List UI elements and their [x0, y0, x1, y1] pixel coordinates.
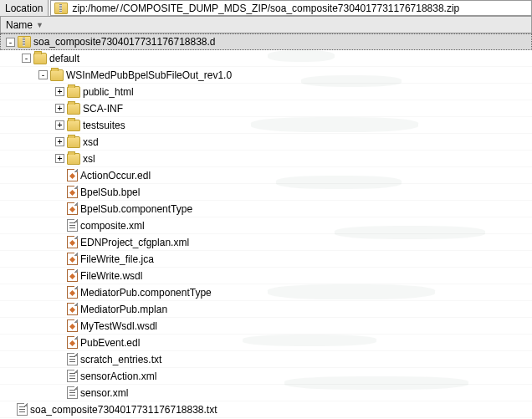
- node-label: PubEvent.edl: [80, 337, 140, 349]
- node-label: sensorAction.xml: [80, 370, 156, 382]
- node-label: soa_composite7304017731176718838.d: [33, 36, 216, 48]
- expander-icon[interactable]: -: [22, 54, 31, 63]
- tree-row-folder[interactable]: +xsl: [0, 151, 532, 167]
- expander-icon[interactable]: +: [55, 154, 64, 163]
- location-prefix: zip:/home/: [72, 3, 118, 14]
- file-icon: [67, 336, 78, 349]
- tree-row-file[interactable]: MediatorPub.mplan: [0, 301, 532, 318]
- node-label: xsl: [83, 153, 95, 165]
- tree-row-file[interactable]: sensorAction.xml: [0, 368, 532, 385]
- folder-icon: [50, 69, 64, 81]
- expander-icon[interactable]: +: [55, 120, 64, 130]
- tree-row-file[interactable]: BpelSub.componentType: [0, 201, 532, 217]
- tree-row-root[interactable]: - soa_composite7304017731176718838.d: [0, 33, 532, 50]
- file-icon: [67, 186, 78, 198]
- tree-row-file[interactable]: BpelSub.bpel: [0, 184, 532, 201]
- file-icon: [67, 353, 78, 365]
- node-label: WSInMedPubBpelSubFileOut_rev1.0: [66, 69, 232, 81]
- node-label: MediatorPub.mplan: [80, 304, 167, 315]
- tree-row-folder[interactable]: +testsuites: [0, 117, 532, 134]
- file-icon: [67, 269, 78, 282]
- file-icon: [67, 319, 78, 332]
- column-label: Name: [6, 19, 33, 31]
- tree-row-file[interactable]: EDNProject_cfgplan.xml: [0, 234, 532, 251]
- tree-row-file[interactable]: composite.xml: [0, 217, 532, 234]
- folder-icon: [67, 120, 80, 131]
- node-label: MyTestWsdl.wsdl: [80, 320, 157, 332]
- file-icon: [67, 386, 78, 399]
- tree-row-file[interactable]: soa_composite7304017731176718838.txt: [0, 401, 532, 418]
- file-icon: [67, 202, 78, 215]
- tree-row-folder[interactable]: +public_html: [0, 84, 532, 100]
- expander-icon[interactable]: +: [55, 87, 64, 96]
- tree-row-file[interactable]: MediatorPub.componentType: [0, 284, 532, 301]
- tree-row-file[interactable]: sensor.xml: [0, 385, 532, 401]
- folder-icon: [67, 136, 80, 148]
- folder-icon: [67, 86, 80, 98]
- column-header-name[interactable]: Name ▼: [0, 17, 532, 33]
- node-label: FileWrite_file.jca: [80, 253, 154, 265]
- node-label: xsd: [83, 136, 99, 148]
- tree-row-folder[interactable]: - WSInMedPubBpelSubFileOut_rev1.0: [0, 67, 532, 84]
- node-label: BpelSub.componentType: [80, 203, 192, 215]
- expander-icon[interactable]: +: [55, 137, 64, 146]
- file-icon: [67, 169, 78, 181]
- tree-row-folder[interactable]: +xsd: [0, 134, 532, 151]
- location-path-text: /COMPOSITE_DUMP_MDS_ZIP/soa_composite730…: [120, 3, 460, 14]
- node-label: ActionOccur.edl: [80, 170, 151, 181]
- node-label: sensor.xml: [80, 387, 128, 399]
- expander-icon[interactable]: +: [55, 104, 64, 113]
- tree-row-file[interactable]: FileWrite_file.jca: [0, 251, 532, 268]
- tree-row-file[interactable]: PubEvent.edl: [0, 335, 532, 351]
- file-icon: [67, 253, 78, 265]
- folder-icon: [67, 153, 80, 165]
- node-label: default: [49, 53, 79, 64]
- node-label: composite.xml: [80, 220, 145, 232]
- node-label: BpelSub.bpel: [80, 187, 140, 198]
- folder-icon: [33, 53, 47, 64]
- file-tree[interactable]: - soa_composite7304017731176718838.d - d…: [0, 33, 532, 419]
- folder-icon: [67, 103, 80, 115]
- sort-indicator-icon: ▼: [36, 21, 43, 29]
- tree-row-file[interactable]: scratch_entries.txt: [0, 351, 532, 368]
- node-label: SCA-INF: [83, 103, 123, 115]
- tree-row-file[interactable]: FileWrite.wsdl: [0, 268, 532, 284]
- node-label: public_html: [83, 86, 134, 98]
- expander-icon[interactable]: -: [38, 70, 48, 79]
- tree-row-file[interactable]: MyTestWsdl.wsdl: [0, 318, 532, 335]
- tree-row-folder[interactable]: +SCA-INF: [0, 100, 532, 117]
- file-icon: [67, 303, 78, 315]
- zip-icon: [54, 3, 68, 14]
- tree-row-file[interactable]: ActionOccur.edl: [0, 167, 532, 184]
- file-icon: [67, 286, 78, 299]
- expander-icon[interactable]: -: [6, 38, 15, 47]
- location-label: Location: [0, 0, 49, 16]
- tree-row-folder[interactable]: - default: [0, 50, 532, 67]
- node-label: FileWrite.wsdl: [80, 270, 142, 282]
- file-icon: [67, 219, 78, 232]
- file-icon: [67, 236, 78, 248]
- file-icon: [17, 403, 28, 416]
- node-label: soa_composite7304017731176718838.txt: [30, 404, 217, 416]
- node-label: scratch_entries.txt: [80, 354, 161, 365]
- node-label: testsuites: [83, 120, 125, 131]
- file-icon: [67, 370, 78, 382]
- zip-icon: [18, 36, 31, 48]
- node-label: MediatorPub.componentType: [80, 287, 212, 299]
- node-label: EDNProject_cfgplan.xml: [80, 237, 189, 248]
- location-input[interactable]: zip:/home/ /COMPOSITE_DUMP_MDS_ZIP/soa_c…: [50, 0, 532, 16]
